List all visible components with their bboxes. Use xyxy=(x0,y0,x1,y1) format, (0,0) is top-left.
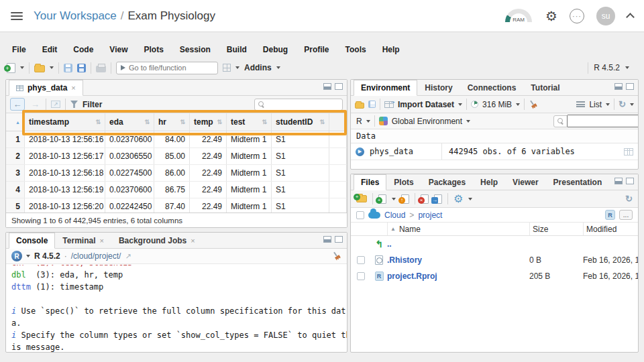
breadcrumb-more-button[interactable]: ... xyxy=(619,210,633,220)
open-directory-icon[interactable]: ↗ xyxy=(125,252,131,261)
back-icon[interactable]: ← xyxy=(10,98,25,111)
menu-item[interactable]: View xyxy=(109,45,127,54)
environment-tab[interactable]: Connections xyxy=(460,80,524,95)
menu-item[interactable]: Profile xyxy=(304,45,329,54)
open-file-icon[interactable] xyxy=(34,65,45,72)
column-header[interactable]: test⇅ xyxy=(227,113,272,131)
ram-gauge[interactable]: RAM xyxy=(504,9,533,23)
clear-objects-icon[interactable] xyxy=(527,98,539,111)
clear-console-icon[interactable] xyxy=(330,249,343,262)
tab-phys-data[interactable]: phys_data × xyxy=(9,80,83,96)
delete-file-icon[interactable]: × xyxy=(421,194,429,204)
import-dataset-button[interactable]: Import Dataset xyxy=(398,100,454,109)
environment-tab[interactable]: History xyxy=(417,80,460,95)
menu-item[interactable]: Debug xyxy=(263,45,288,54)
environment-object-row[interactable]: ▶ phys_data 442945 obs. of 6 variables xyxy=(351,143,638,160)
goto-file-search[interactable] xyxy=(116,62,218,74)
minimize-pane-icon[interactable] xyxy=(323,83,331,90)
more-file-actions-icon[interactable]: ⚙ xyxy=(453,194,463,204)
menu-item[interactable]: Build xyxy=(227,45,247,54)
select-all-checkbox[interactable] xyxy=(356,211,364,219)
maximize-pane-icon[interactable] xyxy=(626,83,634,90)
tab-close-icon[interactable]: × xyxy=(191,237,195,245)
list-view-caret-icon[interactable] xyxy=(606,103,610,106)
addins-button[interactable]: Addins xyxy=(244,63,272,72)
r-version-selector[interactable]: R 4.5.2 xyxy=(594,63,620,72)
expand-object-icon[interactable]: ▶ xyxy=(356,147,364,156)
files-tab[interactable]: Plots xyxy=(386,174,421,190)
breadcrumb-cloud-link[interactable]: Cloud xyxy=(384,210,405,220)
memory-usage-button[interactable]: 316 MiB xyxy=(482,100,512,109)
r-version-caret-icon[interactable] xyxy=(625,66,629,69)
column-header[interactable]: timestamp⇅ xyxy=(25,113,105,131)
column-header-modified[interactable]: Modified xyxy=(583,223,638,235)
environment-tab[interactable]: Tutorial xyxy=(523,80,567,95)
menu-item[interactable]: Plots xyxy=(144,45,163,54)
import-dataset-caret-icon[interactable] xyxy=(458,103,462,106)
view-table-icon[interactable] xyxy=(624,148,633,156)
save-icon[interactable] xyxy=(64,64,72,72)
filter-icon[interactable] xyxy=(70,101,78,108)
list-view-button[interactable]: List xyxy=(589,100,602,109)
column-header[interactable]: eda⇅ xyxy=(105,113,154,131)
settings-gear-icon[interactable]: ⚙ xyxy=(545,9,557,23)
file-name-link[interactable]: .Rhistory xyxy=(387,255,529,265)
menu-item[interactable]: File xyxy=(12,45,26,54)
files-tab[interactable]: Packages xyxy=(421,174,473,190)
tab-close-icon[interactable]: × xyxy=(71,84,75,92)
save-workspace-icon[interactable] xyxy=(368,101,376,108)
console-tab[interactable]: Console xyxy=(9,233,55,249)
environment-search[interactable] xyxy=(553,115,633,127)
language-caret-icon[interactable] xyxy=(366,120,370,123)
column-header[interactable]: temp⇅ xyxy=(190,113,227,131)
column-header-size[interactable]: Size xyxy=(529,223,583,235)
console-tab[interactable]: Background Jobs× xyxy=(111,233,203,248)
viewer-search[interactable] xyxy=(254,99,343,111)
filter-button[interactable]: Filter xyxy=(83,100,102,109)
column-header[interactable]: studentID⇅ xyxy=(272,113,329,131)
addins-caret-icon[interactable] xyxy=(276,66,280,69)
viewer-search-input[interactable] xyxy=(268,101,339,109)
files-tab[interactable]: Presentation xyxy=(546,174,610,190)
file-checkbox[interactable] xyxy=(357,272,365,280)
files-tab[interactable]: Files xyxy=(354,174,386,190)
minimize-pane-icon[interactable] xyxy=(323,236,331,243)
environment-search-input[interactable] xyxy=(567,115,639,127)
column-header-name[interactable]: ▲Name xyxy=(387,223,529,235)
environment-selector[interactable]: Global Environment xyxy=(392,117,462,126)
menu-item[interactable]: Session xyxy=(180,45,211,54)
new-file-icon[interactable] xyxy=(7,63,15,73)
open-file-caret-icon[interactable] xyxy=(50,66,54,69)
file-checkbox[interactable] xyxy=(357,256,365,264)
maximize-pane-icon[interactable] xyxy=(626,178,634,184)
minimize-pane-icon[interactable] xyxy=(614,83,623,90)
tab-close-icon[interactable]: × xyxy=(99,237,103,245)
print-icon[interactable] xyxy=(96,66,106,72)
upload-icon[interactable]: ↑ xyxy=(401,194,409,204)
avatar[interactable]: su xyxy=(596,7,615,25)
column-header[interactable]: hr⇅ xyxy=(154,113,190,131)
more-options-icon[interactable]: ··· xyxy=(570,9,584,23)
row-number-header[interactable]: ▲ xyxy=(6,113,25,131)
breadcrumb-project-link[interactable]: project xyxy=(418,210,442,220)
minimize-pane-icon[interactable] xyxy=(614,178,623,184)
file-name-link[interactable]: project.Rproj xyxy=(387,272,529,281)
collapse-chevron-icon[interactable] xyxy=(626,13,635,21)
more-file-actions-caret-icon[interactable] xyxy=(468,198,472,200)
panes-layout-icon[interactable] xyxy=(223,64,231,72)
files-tab[interactable]: Help xyxy=(473,174,505,190)
environment-tab[interactable]: Environment xyxy=(354,80,417,96)
refresh-icon[interactable]: ↻ xyxy=(619,100,626,109)
load-workspace-icon[interactable] xyxy=(355,103,364,109)
forward-icon[interactable]: → xyxy=(30,99,41,109)
menu-item[interactable]: Tools xyxy=(345,45,366,54)
goto-file-input[interactable] xyxy=(129,64,203,72)
menu-item[interactable]: Edit xyxy=(42,45,58,54)
save-all-icon[interactable] xyxy=(77,64,86,72)
console-tab[interactable]: Terminal× xyxy=(55,233,111,248)
copy-move-icon[interactable]: → xyxy=(434,194,442,204)
panes-layout-caret-icon[interactable] xyxy=(235,66,239,69)
maximize-pane-icon[interactable] xyxy=(335,83,343,90)
new-file-caret-icon[interactable] xyxy=(20,66,24,69)
refresh-files-icon[interactable]: ↻ xyxy=(625,194,633,203)
